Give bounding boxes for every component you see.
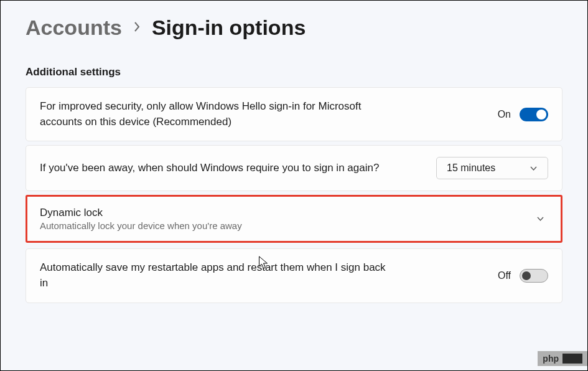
breadcrumb: Accounts Sign-in options — [26, 16, 562, 40]
setting-label: For improved security, only allow Window… — [40, 99, 394, 129]
breadcrumb-parent[interactable]: Accounts — [26, 16, 122, 40]
setting-subtitle: Automatically lock your device when you'… — [40, 220, 242, 231]
setting-title: Dynamic lock — [40, 207, 242, 219]
setting-row-windows-hello: For improved security, only allow Window… — [26, 87, 562, 141]
toggle-restart-apps[interactable] — [520, 269, 548, 283]
chevron-down-icon — [536, 215, 544, 223]
dropdown-value: 15 minutes — [447, 162, 495, 174]
section-heading: Additional settings — [26, 66, 562, 78]
setting-row-dynamic-lock[interactable]: Dynamic lock Automatically lock your dev… — [26, 195, 562, 243]
setting-label: If you've been away, when should Windows… — [40, 161, 379, 176]
chevron-right-icon — [133, 20, 141, 36]
watermark: php — [538, 351, 587, 366]
toggle-state-label: On — [498, 109, 511, 120]
setting-row-restart-apps: Automatically save my restartable apps a… — [26, 248, 562, 303]
toggle-state-label: Off — [498, 270, 511, 281]
watermark-text: php — [543, 354, 559, 364]
toggle-windows-hello[interactable] — [520, 108, 548, 121]
chevron-down-icon — [530, 164, 538, 172]
setting-row-require-signin: If you've been away, when should Windows… — [26, 145, 562, 191]
page-title: Sign-in options — [152, 16, 306, 40]
setting-label: Automatically save my restartable apps a… — [40, 260, 394, 291]
dropdown-require-signin[interactable]: 15 minutes — [436, 157, 548, 179]
watermark-block — [562, 354, 582, 364]
